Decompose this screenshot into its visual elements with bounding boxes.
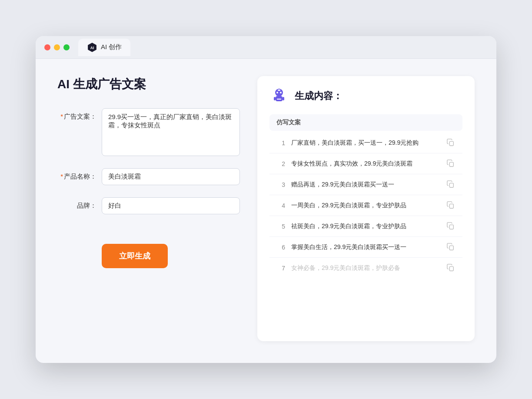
tab-label: AI 创作 [101,43,122,51]
result-index: 3 [276,181,285,188]
result-text: 一周美白，29.9元美白淡斑霜，专业护肤品 [291,201,441,210]
browser-content: AI 生成广告文案 *广告文案： *产品名称： 品牌： 立 [36,59,496,363]
results-list: 1厂家直销，美白淡斑霜，买一送一，29.9元抢购 2专抹女性斑点，真实功效，29… [269,133,462,278]
product-name-group: *产品名称： [57,168,240,185]
result-text: 专抹女性斑点，真实功效，29.9元美白淡斑霜 [291,159,441,168]
result-text: 赠品再送，29.9元美白淡斑霜买一送一 [291,180,441,189]
robot-icon [269,86,289,106]
titlebar: AI AI 创作 [36,36,496,59]
result-index: 7 [276,265,285,272]
result-table-header: 仿写文案 [269,114,462,131]
ad-copy-group: *广告文案： [57,108,240,156]
result-index: 1 [276,140,285,146]
result-item: 1厂家直销，美白淡斑霜，买一送一，29.9元抢购 [269,133,462,153]
svg-rect-14 [449,204,453,208]
copy-icon[interactable] [447,201,456,210]
svg-rect-5 [283,97,284,100]
brand-input[interactable] [102,197,240,214]
copy-icon[interactable] [447,222,456,231]
browser-window: AI AI 创作 AI 生成广告文案 *广告文案： *产品名称： [36,36,496,363]
result-item: 5祛斑美白，29.9元美白淡斑霜，专业护肤品 [269,216,462,237]
svg-rect-13 [449,183,453,187]
copy-icon[interactable] [447,139,456,147]
brand-group: 品牌： [57,197,240,214]
svg-point-9 [278,88,280,90]
right-panel: 生成内容： 仿写文案 1厂家直销，美白淡斑霜，买一送一，29.9元抢购 2专抹女… [257,76,475,341]
result-index: 4 [276,202,285,209]
result-title: 生成内容： [295,90,342,103]
copy-icon[interactable] [447,243,456,252]
result-item: 7女神必备，29.9元美白淡斑霜，护肤必备 [269,258,462,278]
close-button[interactable] [44,44,50,50]
ai-tab-icon: AI [87,42,97,53]
svg-rect-16 [449,246,453,250]
svg-rect-17 [449,266,453,271]
result-item: 6掌握美白生活，29.9元美白淡斑霜买一送一 [269,237,462,258]
svg-point-6 [276,92,278,93]
copy-icon[interactable] [447,180,456,189]
required-star: * [60,113,63,120]
svg-text:AI: AI [90,46,94,50]
result-text: 祛斑美白，29.9元美白淡斑霜，专业护肤品 [291,222,441,231]
browser-tab[interactable]: AI AI 创作 [78,39,130,56]
required-star-2: * [60,173,63,180]
result-item: 4一周美白，29.9元美白淡斑霜，专业护肤品 [269,195,462,216]
result-item: 2专抹女性斑点，真实功效，29.9元美白淡斑霜 [269,153,462,174]
svg-rect-12 [449,162,453,166]
svg-rect-15 [449,225,453,229]
minimize-button[interactable] [54,44,60,50]
result-header: 生成内容： [269,86,462,106]
result-index: 5 [276,223,285,230]
product-name-label: *产品名称： [57,168,96,181]
copy-icon[interactable] [447,264,456,273]
result-index: 6 [276,244,285,251]
brand-label: 品牌： [57,197,96,210]
ad-copy-label: *广告文案： [57,108,96,121]
result-text: 女神必备，29.9元美白淡斑霜，护肤必备 [291,263,441,273]
svg-rect-11 [449,141,453,146]
result-text: 掌握美白生活，29.9元美白淡斑霜买一送一 [291,243,441,252]
traffic-lights [44,44,70,50]
svg-point-7 [280,92,282,93]
result-text: 厂家直销，美白淡斑霜，买一送一，29.9元抢购 [291,138,441,147]
maximize-button[interactable] [63,44,70,50]
result-item: 3赠品再送，29.9元美白淡斑霜买一送一 [269,174,462,195]
result-index: 2 [276,160,285,167]
ad-copy-input[interactable] [102,108,240,156]
left-panel: AI 生成广告文案 *广告文案： *产品名称： 品牌： 立 [57,76,240,341]
product-name-input[interactable] [102,168,240,185]
copy-icon[interactable] [447,160,456,168]
svg-rect-4 [274,97,276,100]
generate-button[interactable]: 立即生成 [102,244,168,268]
svg-rect-10 [277,99,281,100]
page-title: AI 生成广告文案 [57,76,240,93]
